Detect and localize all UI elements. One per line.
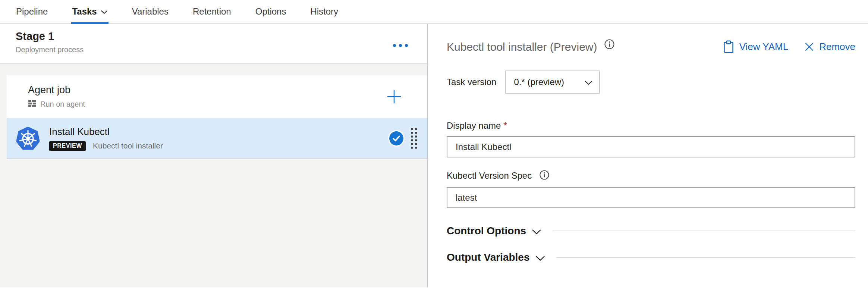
task-detail-title: Kubectl tool installer (Preview) bbox=[447, 41, 597, 53]
agent-job-row[interactable]: Agent job Run on agent bbox=[7, 75, 427, 118]
ellipsis-icon bbox=[399, 44, 402, 47]
preview-badge: PREVIEW bbox=[49, 141, 86, 151]
add-task-button[interactable] bbox=[386, 88, 403, 105]
kubernetes-icon bbox=[16, 127, 40, 150]
info-icon[interactable] bbox=[604, 39, 615, 51]
tab-variables[interactable]: Variables bbox=[132, 0, 169, 23]
view-yaml-label: View YAML bbox=[739, 41, 789, 53]
pipeline-tab-bar: Pipeline Tasks Variables Retention Optio… bbox=[0, 0, 868, 24]
task-version-dropdown[interactable]: 0.* (preview) bbox=[505, 71, 600, 94]
version-spec-label: Kubectl Version Spec bbox=[447, 170, 532, 181]
clipboard-icon bbox=[723, 40, 734, 53]
control-options-label: Control Options bbox=[447, 225, 526, 237]
ellipsis-icon bbox=[393, 44, 396, 47]
section-divider bbox=[556, 257, 856, 258]
stage-header: Stage 1 Deployment process bbox=[0, 24, 427, 64]
agent-job-title: Agent job bbox=[28, 84, 427, 96]
agent-icon bbox=[28, 99, 36, 109]
chevron-down-icon bbox=[532, 229, 541, 236]
output-variables-label: Output Variables bbox=[447, 251, 530, 263]
display-name-label: Display name bbox=[447, 120, 501, 131]
task-detail-panel: Kubectl tool installer (Preview) View YA… bbox=[428, 24, 868, 287]
tab-options-label: Options bbox=[255, 6, 286, 17]
close-icon bbox=[805, 42, 814, 51]
tab-pipeline-label: Pipeline bbox=[16, 6, 48, 17]
stage-title: Stage 1 bbox=[16, 30, 427, 43]
tab-history-label: History bbox=[310, 6, 338, 17]
control-options-section[interactable]: Control Options bbox=[447, 225, 855, 237]
display-name-input[interactable] bbox=[447, 136, 855, 157]
tab-tasks[interactable]: Tasks bbox=[72, 0, 107, 23]
stage-tasks-panel: Stage 1 Deployment process Agent job bbox=[0, 24, 428, 287]
remove-task-button[interactable]: Remove bbox=[805, 41, 855, 53]
tab-history[interactable]: History bbox=[310, 0, 338, 23]
ellipsis-icon bbox=[405, 44, 408, 47]
tab-options[interactable]: Options bbox=[255, 0, 286, 23]
view-yaml-button[interactable]: View YAML bbox=[723, 40, 789, 53]
stage-subtitle: Deployment process bbox=[16, 46, 427, 54]
info-icon[interactable] bbox=[539, 170, 550, 182]
job-task-list: Agent job Run on agent bbox=[0, 64, 427, 159]
tab-retention[interactable]: Retention bbox=[193, 0, 231, 23]
task-subtitle: Kubectl tool installer bbox=[93, 141, 163, 150]
task-row-install-kubectl[interactable]: Install Kubectl PREVIEW Kubectl tool ins… bbox=[7, 118, 427, 159]
plus-icon bbox=[386, 88, 403, 105]
section-divider bbox=[553, 231, 855, 231]
tab-pipeline[interactable]: Pipeline bbox=[16, 0, 48, 23]
drag-handle[interactable] bbox=[411, 128, 417, 149]
task-selected-check-icon bbox=[389, 131, 403, 145]
task-title: Install Kubectl bbox=[49, 126, 163, 138]
version-spec-input[interactable] bbox=[447, 187, 855, 208]
main-area: Stage 1 Deployment process Agent job bbox=[0, 24, 868, 287]
required-marker: * bbox=[503, 120, 507, 131]
chevron-down-icon bbox=[101, 10, 108, 14]
output-variables-section[interactable]: Output Variables bbox=[447, 251, 855, 263]
tab-retention-label: Retention bbox=[193, 6, 231, 17]
task-version-value: 0.* (preview) bbox=[514, 77, 564, 87]
chevron-down-icon bbox=[584, 77, 593, 87]
stage-more-button[interactable] bbox=[391, 43, 409, 48]
tab-tasks-label: Tasks bbox=[72, 6, 97, 17]
tab-variables-label: Variables bbox=[132, 6, 169, 17]
chevron-down-icon bbox=[535, 256, 545, 263]
remove-label: Remove bbox=[819, 41, 855, 53]
task-version-label: Task version bbox=[447, 77, 496, 87]
agent-job-subtitle: Run on agent bbox=[40, 100, 85, 109]
